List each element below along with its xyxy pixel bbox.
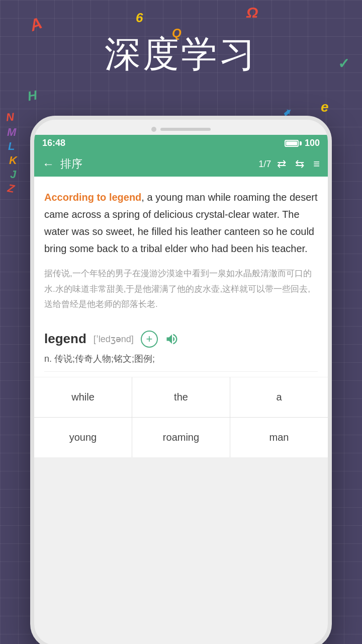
- deco-q: Q: [172, 26, 182, 40]
- speaker-grille: [160, 128, 211, 131]
- translation-text: 据传说,一个年轻的男子在漫游沙漠途中看到一泉如水晶般清澈而可口的水.水的味道非常…: [44, 266, 318, 312]
- deco-K: K: [9, 154, 17, 167]
- toolbar-title: 排序: [60, 156, 252, 172]
- deco-L: L: [8, 140, 15, 153]
- deco-e: e: [321, 99, 329, 115]
- passage-text: According to legend, a young man while r…: [44, 189, 318, 257]
- word-section: legend [ˈledʒənd] + n. 传说;传奇人物;铭文;图例;: [34, 320, 328, 377]
- battery-body: [285, 140, 299, 147]
- deco-Z: Z: [7, 182, 16, 196]
- toolbar-icons: ⇄ ⇆ ≡: [277, 157, 320, 171]
- phone-mockup: 16:48 100 ← 排序 1/7 ⇄ ⇆ ≡ According to le…: [30, 116, 332, 644]
- deco-omega: Ω: [246, 4, 258, 21]
- answer-cell-young[interactable]: young: [34, 418, 132, 457]
- toolbar: ← 排序 1/7 ⇄ ⇆ ≡: [34, 151, 328, 177]
- battery-icon: [285, 140, 302, 147]
- menu-icon[interactable]: ≡: [313, 157, 320, 171]
- answer-cell-while[interactable]: while: [34, 377, 132, 417]
- answer-cell-a[interactable]: a: [230, 377, 328, 417]
- skip-forward-icon[interactable]: ⇆: [295, 157, 304, 171]
- passage-highlight: According to legend: [44, 192, 141, 203]
- answer-cell-the[interactable]: the: [132, 377, 230, 417]
- content-area: According to legend, a young man while r…: [34, 177, 328, 320]
- status-right: 100: [285, 138, 320, 148]
- deco-M: M: [7, 126, 16, 139]
- word-phonetic: [ˈledʒənd]: [94, 334, 134, 345]
- deco-H: H: [26, 88, 38, 105]
- deco-J: J: [10, 168, 16, 181]
- battery-tip: [300, 141, 302, 145]
- answer-cell-man[interactable]: man: [230, 418, 328, 457]
- camera-dot: [151, 127, 156, 132]
- status-time: 16:48: [42, 138, 65, 148]
- status-bar: 16:48 100: [34, 135, 328, 151]
- answer-cell-roaming[interactable]: roaming: [132, 418, 230, 457]
- back-button[interactable]: ←: [42, 157, 54, 171]
- deco-6: 6: [136, 10, 143, 26]
- word-sound-button[interactable]: [165, 332, 179, 346]
- word-main: legend: [44, 331, 86, 347]
- speaker-bar: [34, 120, 328, 135]
- word-add-button[interactable]: +: [141, 331, 158, 348]
- battery-fill: [286, 141, 297, 145]
- deco-N: N: [6, 110, 15, 124]
- word-definition: n. 传说;传奇人物;铭文;图例;: [44, 352, 318, 372]
- skip-back-icon[interactable]: ⇄: [277, 157, 286, 171]
- toolbar-page: 1/7: [258, 159, 271, 170]
- answer-grid: while the a young roaming man: [34, 377, 328, 457]
- deco-check: ✓: [338, 55, 349, 72]
- word-row: legend [ˈledʒənd] +: [44, 331, 318, 348]
- battery-level: 100: [305, 138, 320, 148]
